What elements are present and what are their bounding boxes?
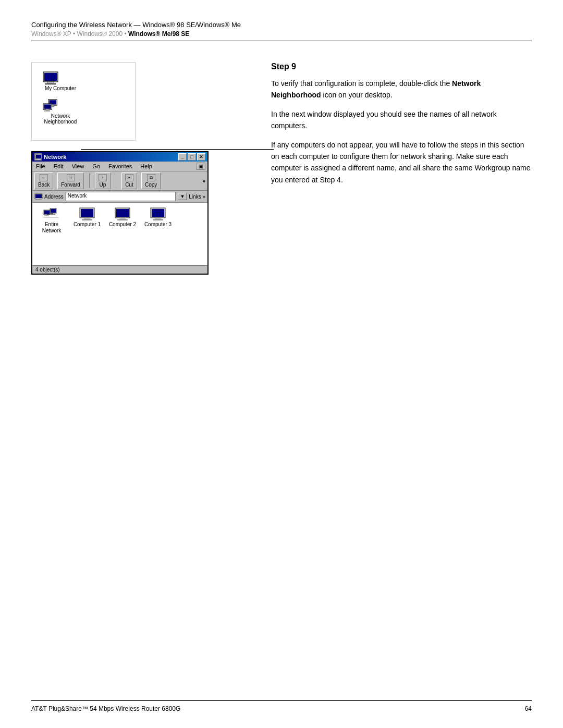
explorer-window: Network _ □ ✕ File Edit View Go Favorite… [31, 151, 209, 275]
menu-help[interactable]: Help [139, 163, 154, 170]
svg-rect-27 [51, 209, 56, 213]
computer1-item[interactable]: Computer 1 [72, 207, 102, 228]
svg-rect-15 [36, 155, 41, 158]
address-dropdown-button[interactable]: ▼ [178, 193, 187, 200]
cut-button[interactable]: ✂ Cut [121, 172, 137, 189]
toolbar-divider-1 [89, 174, 90, 188]
header-subtitle: Windows® XP • Windows® 2000 • Windows® M… [31, 30, 532, 38]
svg-rect-20 [36, 198, 39, 199]
svg-rect-38 [119, 218, 126, 219]
up-icon: ↑ [99, 174, 107, 181]
pointer-arrow [81, 142, 289, 157]
main-content: My Computer [31, 62, 532, 275]
my-computer-label: My Computer [42, 85, 79, 91]
left-column: My Computer [31, 62, 250, 275]
computer3-label: Computer 3 [144, 221, 172, 228]
page-footer: AT&T Plug&Share™ 54 Mbps Wireless Router… [31, 700, 532, 712]
toolbar-divider-2 [116, 174, 116, 188]
up-label: Up [100, 182, 106, 188]
page-header: Configuring the Wireless Network — Windo… [31, 21, 532, 41]
menu-view[interactable]: View [70, 163, 86, 170]
address-icon [34, 193, 43, 200]
back-button[interactable]: ← Back [34, 172, 53, 189]
svg-rect-31 [43, 217, 59, 218]
address-label: Address [34, 193, 64, 200]
toolbar-more[interactable]: » [202, 178, 205, 184]
svg-rect-25 [44, 216, 49, 217]
links-label: Links » [189, 194, 205, 200]
forward-icon: → [67, 174, 75, 181]
svg-rect-17 [36, 160, 41, 161]
network-neighborhood-icon [42, 98, 59, 113]
footer-right: 64 [525, 705, 532, 712]
back-icon: ← [40, 174, 48, 181]
address-input[interactable]: Network [66, 192, 176, 201]
svg-rect-1 [44, 73, 57, 81]
entire-network-label: EntireNetwork [42, 221, 62, 234]
svg-rect-39 [117, 219, 128, 220]
svg-rect-37 [116, 209, 129, 217]
forward-label: Forward [61, 182, 80, 188]
my-computer-desktop-item[interactable]: My Computer [42, 71, 79, 91]
network-neighborhood-label: Network Neighborhood [42, 113, 79, 125]
my-computer-icon [42, 71, 59, 85]
svg-rect-35 [82, 219, 92, 220]
menu-edit[interactable]: Edit [52, 163, 65, 170]
bold-network-neighborhood: Network Neighborhood [271, 79, 481, 99]
address-bar: Address Network ▼ Links » [32, 191, 207, 203]
step-title: Step 9 [271, 62, 532, 71]
titlebar-left: Network [34, 153, 66, 161]
svg-rect-34 [84, 218, 90, 219]
menu-go[interactable]: Go [91, 163, 102, 170]
window-toolbar: ← Back → Forward ↑ Up ✂ Cut [32, 171, 207, 191]
svg-rect-43 [153, 219, 163, 220]
svg-rect-10 [46, 109, 50, 110]
cut-label: Cut [125, 182, 133, 188]
svg-rect-16 [37, 159, 40, 160]
svg-rect-2 [47, 82, 54, 83]
copy-label: Copy [145, 182, 157, 188]
page-container: Configuring the Wireless Network — Windo… [0, 0, 563, 728]
computer3-item[interactable]: Computer 3 [143, 207, 173, 228]
svg-rect-11 [44, 110, 51, 112]
computer1-label: Computer 1 [74, 221, 101, 228]
step-paragraph-2: In the next window displayed you should … [271, 108, 532, 132]
svg-rect-41 [152, 209, 164, 217]
network-neighborhood-desktop-item[interactable]: Network Neighborhood [42, 98, 79, 125]
step-paragraph-1: To verify that configuration is complete… [271, 78, 532, 101]
computer2-label: Computer 2 [109, 221, 136, 228]
svg-rect-42 [155, 218, 161, 219]
forward-button[interactable]: → Forward [57, 172, 84, 189]
menu-favorites[interactable]: Favorites [107, 163, 133, 170]
cut-icon: ✂ [125, 174, 133, 181]
window-menubar: File Edit View Go Favorites Help ▣ [32, 162, 207, 171]
up-button[interactable]: ↑ Up [95, 172, 111, 189]
computer2-icon [114, 207, 131, 221]
object-count: 4 object(s) [35, 267, 60, 273]
entire-network-item[interactable]: EntireNetwork [36, 207, 67, 234]
svg-rect-3 [45, 83, 56, 84]
window-title: Network [44, 154, 66, 160]
svg-rect-33 [81, 209, 93, 217]
computer2-item[interactable]: Computer 2 [107, 207, 138, 228]
svg-rect-23 [44, 211, 50, 214]
sidebar-toggle[interactable]: ▣ [197, 163, 205, 170]
menu-file[interactable]: File [34, 163, 47, 170]
svg-rect-9 [44, 105, 51, 109]
window-statusbar: 4 object(s) [32, 265, 207, 274]
computer3-icon [150, 207, 166, 221]
svg-rect-21 [35, 199, 40, 200]
copy-icon: ⧉ [147, 174, 155, 181]
svg-rect-24 [45, 215, 48, 216]
entire-network-icon [43, 207, 60, 221]
back-label: Back [38, 182, 50, 188]
header-title: Configuring the Wireless Network — Windo… [31, 21, 532, 29]
window-content: EntireNetwork Computer 1 [32, 203, 207, 265]
svg-rect-29 [51, 214, 55, 215]
step-paragraph-3: If any computers do not appear, you will… [271, 139, 532, 186]
right-column: Step 9 To verify that configuration is c… [271, 62, 532, 275]
footer-left: AT&T Plug&Share™ 54 Mbps Wireless Router… [31, 705, 180, 712]
desktop-icons-area: My Computer [31, 62, 136, 141]
computer1-icon [79, 207, 95, 221]
copy-button[interactable]: ⧉ Copy [141, 172, 161, 189]
